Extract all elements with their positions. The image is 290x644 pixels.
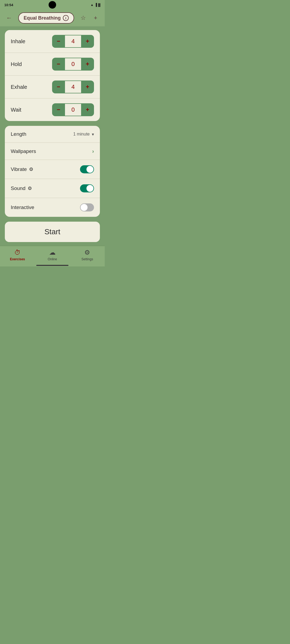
- online-label: Online: [48, 257, 57, 261]
- wallpapers-right: ›: [92, 148, 94, 154]
- vibrate-toggle-knob: [86, 166, 93, 173]
- sound-row: Sound ⚙: [5, 179, 100, 198]
- title-pill[interactable]: Equal Breathing i: [18, 12, 74, 24]
- vibrate-label: Vibrate ⚙: [11, 166, 33, 172]
- sound-toggle-knob: [86, 185, 93, 192]
- status-time: 10:54: [4, 3, 13, 7]
- vibrate-toggle[interactable]: [80, 165, 94, 173]
- start-button[interactable]: Start: [5, 222, 100, 242]
- settings-icon: ⚙: [84, 249, 90, 256]
- sound-toggle[interactable]: [80, 184, 94, 192]
- wallpapers-chevron-icon: ›: [92, 148, 94, 154]
- wait-stepper: − 0 +: [52, 103, 94, 116]
- page-title: Equal Breathing: [24, 15, 61, 21]
- sound-gear-icon[interactable]: ⚙: [28, 185, 32, 191]
- bottom-nav: ⏱ Exercises ☁ Online ⚙ Settings: [0, 246, 105, 265]
- hold-decrement-button[interactable]: −: [52, 58, 65, 71]
- settings-label: Settings: [81, 257, 93, 261]
- vibrate-gear-icon[interactable]: ⚙: [29, 166, 33, 172]
- wait-increment-button[interactable]: +: [81, 103, 94, 116]
- length-dropdown-icon: ▾: [92, 132, 94, 137]
- interactive-row: Interactive: [5, 198, 100, 217]
- length-label: Length: [11, 131, 26, 137]
- wait-row: Wait − 0 +: [5, 98, 100, 121]
- favorite-button[interactable]: ☆: [78, 14, 88, 21]
- inhale-row: Inhale − 4 +: [5, 30, 100, 53]
- exhale-row: Exhale − 4 +: [5, 76, 100, 98]
- wallpapers-row[interactable]: Wallpapers ›: [5, 143, 100, 160]
- home-indicator: [36, 265, 68, 266]
- inhale-decrement-button[interactable]: −: [52, 35, 65, 48]
- exercises-icon: ⏱: [14, 249, 21, 256]
- nav-item-online[interactable]: ☁ Online: [42, 249, 63, 261]
- add-button[interactable]: +: [91, 14, 100, 21]
- back-button[interactable]: ←: [4, 14, 14, 21]
- battery-icon: ▓: [98, 3, 100, 7]
- sound-label: Sound ⚙: [11, 185, 32, 191]
- online-icon: ☁: [49, 249, 56, 256]
- hold-label: Hold: [11, 61, 22, 67]
- interactive-toggle[interactable]: [80, 203, 94, 211]
- exhale-label: Exhale: [11, 84, 27, 90]
- settings-card: Length 1 minute ▾ Wallpapers › Vibrate ⚙: [5, 126, 100, 217]
- wait-decrement-button[interactable]: −: [52, 103, 65, 116]
- interactive-label: Interactive: [11, 204, 34, 210]
- length-row[interactable]: Length 1 minute ▾: [5, 126, 100, 143]
- inhale-stepper: − 4 +: [52, 35, 94, 48]
- hold-increment-button[interactable]: +: [81, 58, 94, 71]
- info-button[interactable]: i: [63, 15, 69, 21]
- exercises-label: Exercises: [10, 257, 25, 261]
- wait-label: Wait: [11, 107, 21, 113]
- status-icons: ▲ ▐ ▓: [90, 3, 100, 7]
- wait-value: 0: [65, 103, 81, 116]
- hold-stepper: − 0 +: [52, 58, 94, 71]
- nav-item-settings[interactable]: ⚙ Settings: [77, 249, 98, 261]
- exhale-value: 4: [65, 80, 81, 93]
- wifi-icon: ▲: [90, 3, 94, 7]
- inhale-label: Inhale: [11, 38, 26, 45]
- length-value: 1 minute: [73, 132, 90, 137]
- top-bar: ← Equal Breathing i ☆ +: [0, 10, 105, 26]
- interactive-toggle-knob: [81, 204, 88, 211]
- nav-item-exercises[interactable]: ⏱ Exercises: [7, 249, 28, 261]
- top-bar-actions: ☆ +: [78, 14, 100, 21]
- length-right: 1 minute ▾: [73, 132, 94, 137]
- inhale-value: 4: [65, 35, 81, 48]
- signal-icon: ▐: [95, 3, 97, 7]
- exhale-increment-button[interactable]: +: [81, 80, 94, 93]
- hold-row: Hold − 0 +: [5, 53, 100, 76]
- camera-notch: [49, 1, 56, 9]
- hold-value: 0: [65, 58, 81, 71]
- bottom-indicator: [0, 265, 105, 266]
- inhale-increment-button[interactable]: +: [81, 35, 94, 48]
- main-content: Inhale − 4 + Hold − 0 + Exhale − 4 +: [0, 26, 105, 246]
- vibrate-row: Vibrate ⚙: [5, 160, 100, 179]
- breathing-controls-card: Inhale − 4 + Hold − 0 + Exhale − 4 +: [5, 30, 100, 121]
- exhale-decrement-button[interactable]: −: [52, 80, 65, 93]
- wallpapers-label: Wallpapers: [11, 148, 36, 154]
- exhale-stepper: − 4 +: [52, 80, 94, 93]
- status-bar: 10:54 ▲ ▐ ▓: [0, 0, 105, 10]
